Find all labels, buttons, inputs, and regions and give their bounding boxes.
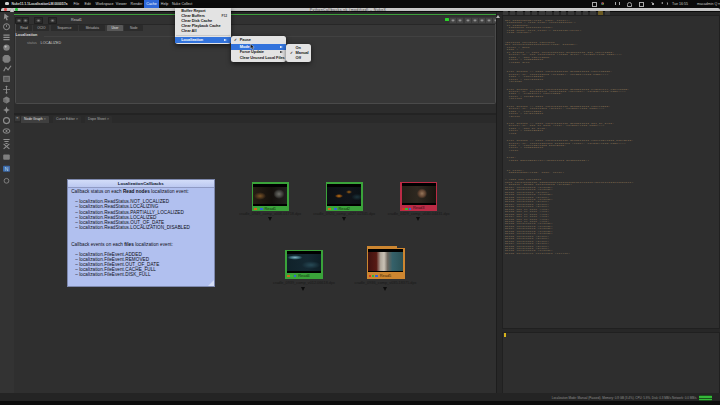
- svg-text:N: N: [5, 165, 9, 171]
